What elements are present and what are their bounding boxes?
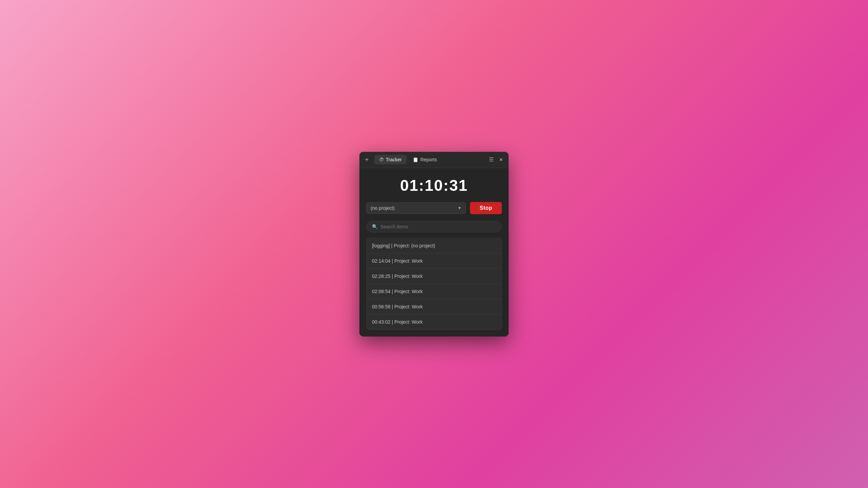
tab-reports[interactable]: 📋 Reports bbox=[408, 155, 442, 164]
tabs-container: ⏱ Tracker 📋 Reports bbox=[374, 155, 484, 164]
list-item[interactable]: [logging] | Project: (no project) bbox=[366, 238, 502, 253]
add-button[interactable]: + bbox=[362, 155, 372, 164]
items-list: [logging] | Project: (no project) 02:14:… bbox=[366, 238, 502, 330]
controls-row: (no project) ▼ Stop bbox=[366, 202, 502, 214]
app-window: + ⏱ Tracker 📋 Reports ☰ ✕ 01:10:31 (no p… bbox=[359, 152, 509, 337]
tracker-icon: ⏱ bbox=[379, 157, 384, 162]
menu-button[interactable]: ☰ bbox=[486, 156, 496, 164]
tab-tracker[interactable]: ⏱ Tracker bbox=[374, 155, 407, 164]
list-item[interactable]: 00:43:02 | Project: Work bbox=[366, 314, 502, 330]
stop-button[interactable]: Stop bbox=[470, 202, 502, 214]
project-select[interactable]: (no project) ▼ bbox=[366, 202, 466, 214]
main-content: 01:10:31 (no project) ▼ Stop 🔍 [logging]… bbox=[359, 168, 509, 337]
chevron-down-icon: ▼ bbox=[458, 206, 462, 210]
close-button[interactable]: ✕ bbox=[496, 156, 506, 163]
timer-display: 01:10:31 bbox=[366, 176, 502, 195]
list-item[interactable]: 00:56:58 | Project: Work bbox=[366, 299, 502, 314]
title-bar: + ⏱ Tracker 📋 Reports ☰ ✕ bbox=[359, 152, 509, 168]
list-item[interactable]: 02:08:54 | Project: Work bbox=[366, 284, 502, 299]
search-input[interactable] bbox=[380, 224, 496, 229]
reports-icon: 📋 bbox=[413, 157, 418, 162]
search-box[interactable]: 🔍 bbox=[366, 221, 502, 232]
tab-reports-label: Reports bbox=[420, 157, 437, 162]
search-icon: 🔍 bbox=[372, 224, 378, 229]
list-item[interactable]: 02:14:04 | Project: Work bbox=[366, 253, 502, 268]
tab-tracker-label: Tracker bbox=[386, 157, 402, 162]
list-item[interactable]: 02:28:25 | Project: Work bbox=[366, 268, 502, 284]
project-select-value: (no project) bbox=[371, 205, 395, 211]
